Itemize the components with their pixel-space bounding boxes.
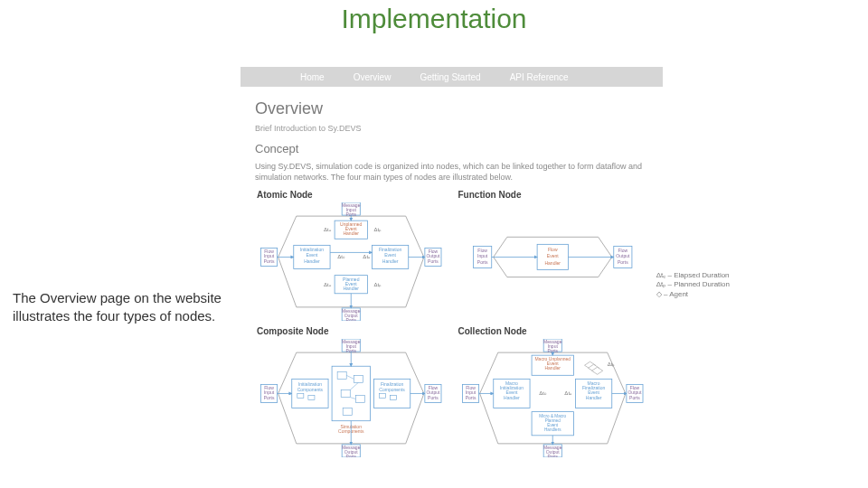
diagrams-grid: Atomic Node MessageInputPorts MessageOut… <box>255 190 648 457</box>
nav-overview[interactable]: Overview <box>339 72 406 82</box>
svg-text:FlowInputPorts: FlowInputPorts <box>476 249 487 265</box>
legend-item: Δtₚ – Planned Duration <box>656 280 730 289</box>
svg-text:Δtₑ: Δtₑ <box>324 228 332 233</box>
navbar: Home Overview Getting Started API Refere… <box>241 67 663 87</box>
svg-rect-54 <box>341 390 350 398</box>
section-heading: Concept <box>255 142 648 155</box>
svg-rect-49 <box>379 394 385 399</box>
diagram-title: Composite Node <box>257 326 328 336</box>
svg-text:Δtₑ: Δtₑ <box>564 391 572 397</box>
browser-screenshot: Home Overview Getting Started API Refere… <box>241 67 663 483</box>
slide-caption: The Overview page on the website illustr… <box>13 289 230 326</box>
nav-getting-started[interactable]: Getting Started <box>405 72 495 82</box>
svg-text:FlowInputPorts: FlowInputPorts <box>465 386 476 400</box>
legend: Δtₑ – Elapsed Duration Δtₚ – Planned Dur… <box>656 271 730 299</box>
nav-api-reference[interactable]: API Reference <box>495 72 583 82</box>
diagram-composite-node: Composite Node MessageInputPorts Message… <box>255 326 448 457</box>
page-body: Overview Brief Introduction to Sy.DEVS C… <box>241 87 663 457</box>
diagram-function-node: Function Node FlowInputPorts FlowOutputP… <box>457 190 649 321</box>
svg-text:Δt₀: Δt₀ <box>539 391 547 397</box>
legend-item: Δtₑ – Elapsed Duration <box>656 271 730 280</box>
svg-text:FinalizationComponents: FinalizationComponents <box>379 382 405 393</box>
slide-title: Implementation <box>0 4 868 34</box>
svg-text:Δt₀: Δt₀ <box>337 255 345 260</box>
svg-rect-53 <box>354 376 363 383</box>
nav-home[interactable]: Home <box>286 72 339 82</box>
diagram-title: Collection Node <box>458 326 527 336</box>
legend-item: ◇ – Agent <box>656 290 730 299</box>
svg-rect-56 <box>343 408 352 416</box>
page-subheading: Brief Introduction to Sy.DEVS <box>255 124 648 133</box>
page-heading: Overview <box>255 99 648 118</box>
svg-text:Δtₑ: Δtₑ <box>363 255 371 260</box>
svg-rect-52 <box>337 372 346 380</box>
diagram-title: Atomic Node <box>257 190 313 200</box>
svg-text:Δtₚ: Δtₚ <box>373 282 382 287</box>
svg-rect-55 <box>355 396 364 403</box>
diagram-atomic-node: Atomic Node MessageInputPorts MessageOut… <box>255 190 448 321</box>
svg-text:Δtₑ: Δtₑ <box>324 282 332 287</box>
svg-text:FlowInputPorts: FlowInputPorts <box>264 249 275 264</box>
svg-text:InitializationComponents: InitializationComponents <box>297 382 324 393</box>
diagram-collection-node: Collection Node MessageInputPorts Messag… <box>457 326 649 457</box>
svg-rect-50 <box>391 396 397 400</box>
svg-text:FlowInputPorts: FlowInputPorts <box>264 386 275 400</box>
svg-rect-46 <box>308 396 315 400</box>
diagram-title: Function Node <box>458 190 522 200</box>
section-paragraph: Using Sy.DEVS, simulation code is organi… <box>255 161 648 183</box>
svg-rect-45 <box>297 394 304 399</box>
svg-text:Δtₚ: Δtₚ <box>607 362 615 368</box>
svg-text:Δtₚ: Δtₚ <box>373 228 382 233</box>
